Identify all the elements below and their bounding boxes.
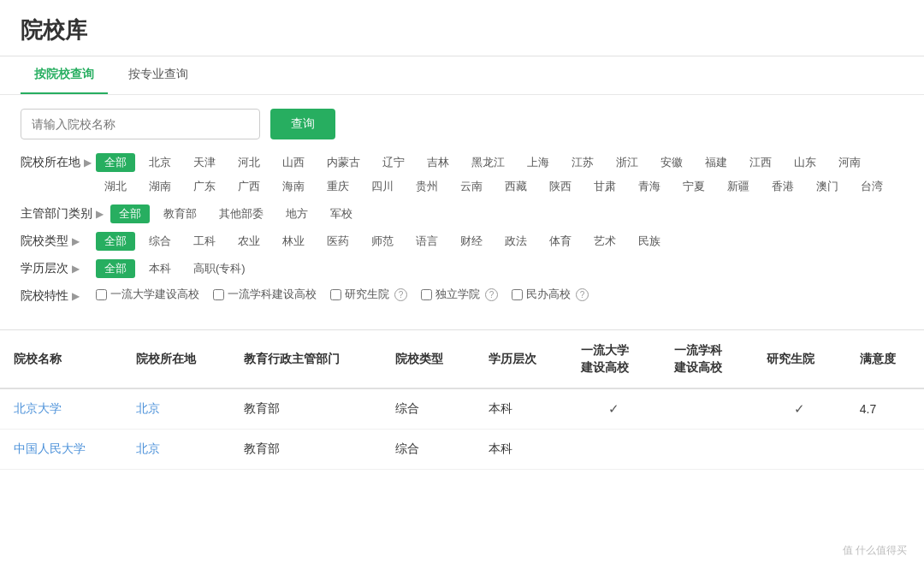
tabs-bar: 按院校查询按专业查询: [0, 56, 924, 95]
tab-by-major[interactable]: 按专业查询: [115, 56, 202, 94]
filter-tag-贵州[interactable]: 贵州: [407, 177, 447, 196]
checkbox-input-private-school[interactable]: [512, 289, 523, 300]
filter-tag-天津[interactable]: 天津: [185, 153, 224, 172]
search-row: 查询: [21, 109, 903, 139]
filter-tag-河北[interactable]: 河北: [229, 153, 269, 172]
checkbox-graduate-school[interactable]: 研究生院?: [330, 287, 407, 302]
cell-satisfaction-1: [846, 430, 924, 470]
filter-tag-江西[interactable]: 江西: [741, 153, 780, 172]
filter-tag-综合[interactable]: 综合: [140, 232, 180, 251]
checkbox-label-independent-college: 独立学院: [435, 287, 480, 302]
checkbox-label-first-class-subject: 一流学科建设高校: [228, 287, 317, 302]
filter-location-label: 院校所在地 ▶: [21, 153, 89, 170]
filter-tag-体育[interactable]: 体育: [541, 232, 580, 251]
filter-tag-台湾[interactable]: 台湾: [852, 177, 891, 196]
filter-location-arrow: ▶: [84, 157, 92, 169]
filter-type-tags: 全部综合工科农业林业医药师范语言财经政法体育艺术民族: [96, 232, 669, 251]
filter-tag-上海[interactable]: 上海: [518, 153, 558, 172]
school-name-link-1[interactable]: 中国人民大学: [14, 442, 86, 455]
help-icon-independent-college[interactable]: ?: [485, 288, 498, 301]
filter-tag-湖南[interactable]: 湖南: [140, 177, 180, 196]
filter-tag-辽宁[interactable]: 辽宁: [374, 153, 413, 172]
filter-tag-高职(专科)[interactable]: 高职(专科): [185, 259, 254, 278]
checkbox-first-class-subject[interactable]: 一流学科建设高校: [213, 287, 317, 302]
filter-level-tags: 全部本科高职(专科): [96, 259, 254, 278]
filter-tag-全部[interactable]: 全部: [96, 232, 135, 251]
filter-tag-广西[interactable]: 广西: [229, 177, 269, 196]
filter-tag-艺术[interactable]: 艺术: [585, 232, 625, 251]
help-icon-graduate-school[interactable]: ?: [394, 288, 407, 301]
checkbox-first-class-school[interactable]: 一流大学建设高校: [96, 287, 199, 302]
cell-name-0: 北京大学: [0, 388, 122, 430]
filter-tag-军校[interactable]: 军校: [322, 205, 361, 223]
filter-tag-湖北[interactable]: 湖北: [96, 177, 135, 196]
table-header-row: 院校名称 院校所在地 教育行政主管部门 院校类型 学历层次 一流大学建设高校 一…: [0, 330, 924, 388]
filter-tag-广东[interactable]: 广东: [185, 177, 224, 196]
filter-location-tags: 全部北京天津河北山西内蒙古辽宁吉林黑龙江上海江苏浙江安徽福建江西山东河南湖北湖南…: [96, 153, 903, 196]
filter-tag-财经[interactable]: 财经: [452, 232, 491, 251]
filter-location-row: 院校所在地 ▶ 全部北京天津河北山西内蒙古辽宁吉林黑龙江上海江苏浙江安徽福建江西…: [21, 153, 903, 196]
filter-tag-地方[interactable]: 地方: [277, 205, 317, 223]
filter-tag-安徽[interactable]: 安徽: [652, 153, 691, 172]
filter-tag-全部[interactable]: 全部: [96, 259, 135, 278]
checkbox-label-first-class-school: 一流大学建设高校: [110, 287, 199, 302]
filter-tag-师范[interactable]: 师范: [363, 232, 402, 251]
help-icon-private-school[interactable]: ?: [576, 288, 589, 301]
filter-tag-澳门[interactable]: 澳门: [808, 177, 847, 196]
filter-tag-海南[interactable]: 海南: [274, 177, 313, 196]
th-first-class-subject: 一流学科建设高校: [660, 330, 753, 388]
search-button[interactable]: 查询: [270, 109, 335, 139]
filter-tag-青海[interactable]: 青海: [630, 177, 669, 196]
filter-tag-江苏[interactable]: 江苏: [563, 153, 602, 172]
filter-tag-香港[interactable]: 香港: [763, 177, 803, 196]
filter-tag-山东[interactable]: 山东: [785, 153, 825, 172]
filter-tag-陕西[interactable]: 陕西: [541, 177, 580, 196]
checkbox-input-first-class-subject[interactable]: [213, 289, 224, 300]
school-name-link-0[interactable]: 北京大学: [14, 401, 62, 415]
filter-tag-语言[interactable]: 语言: [407, 232, 447, 251]
filter-tag-其他部委[interactable]: 其他部委: [210, 205, 272, 223]
checkbox-input-graduate-school[interactable]: [330, 289, 341, 300]
checkbox-label-private-school: 民办高校: [526, 287, 571, 302]
checkbox-input-first-class-school[interactable]: [96, 289, 107, 300]
filter-tag-医药[interactable]: 医药: [318, 232, 358, 251]
filter-tag-黑龙江[interactable]: 黑龙江: [463, 153, 513, 172]
filter-tag-政法[interactable]: 政法: [496, 232, 536, 251]
school-table: 院校名称 院校所在地 教育行政主管部门 院校类型 学历层次 一流大学建设高校 一…: [0, 330, 924, 470]
filter-tag-全部[interactable]: 全部: [96, 153, 135, 172]
checkbox-private-school[interactable]: 民办高校?: [512, 287, 589, 302]
cell-level-0: 本科: [475, 388, 567, 430]
search-input[interactable]: [21, 109, 260, 139]
filter-tag-云南[interactable]: 云南: [452, 177, 491, 196]
checkbox-independent-college[interactable]: 独立学院?: [421, 287, 498, 302]
filter-tag-农业[interactable]: 农业: [229, 232, 269, 251]
filter-tag-甘肃[interactable]: 甘肃: [585, 177, 625, 196]
filter-tag-西藏[interactable]: 西藏: [496, 177, 536, 196]
filter-level-arrow: ▶: [72, 263, 80, 275]
filter-tag-重庆[interactable]: 重庆: [318, 177, 358, 196]
filter-tag-全部[interactable]: 全部: [110, 205, 150, 223]
filter-tag-本科[interactable]: 本科: [140, 259, 180, 278]
filter-tag-北京[interactable]: 北京: [140, 153, 180, 172]
filter-tag-宁夏[interactable]: 宁夏: [674, 177, 714, 196]
filter-tag-教育部[interactable]: 教育部: [155, 205, 205, 223]
characteristics-checkboxes: 一流大学建设高校一流学科建设高校研究生院?独立学院?民办高校?: [96, 287, 589, 302]
th-type: 院校类型: [382, 330, 474, 388]
location-link-1[interactable]: 北京: [136, 442, 160, 455]
checkbox-input-independent-college[interactable]: [421, 289, 432, 300]
tab-by-school[interactable]: 按院校查询: [21, 56, 108, 94]
location-link-0[interactable]: 北京: [136, 401, 160, 415]
filter-tag-河南[interactable]: 河南: [830, 153, 869, 172]
cell-department-0: 教育部: [230, 388, 382, 430]
filter-tag-新疆[interactable]: 新疆: [719, 177, 758, 196]
filter-tag-民族[interactable]: 民族: [630, 232, 669, 251]
filter-tag-四川[interactable]: 四川: [363, 177, 402, 196]
filter-type-arrow: ▶: [72, 235, 80, 247]
filter-tag-吉林[interactable]: 吉林: [418, 153, 458, 172]
filter-tag-内蒙古[interactable]: 内蒙古: [318, 153, 369, 172]
filter-tag-福建[interactable]: 福建: [696, 153, 736, 172]
filter-tag-工科[interactable]: 工科: [185, 232, 224, 251]
filter-tag-林业[interactable]: 林业: [274, 232, 313, 251]
filter-tag-浙江[interactable]: 浙江: [607, 153, 647, 172]
filter-tag-山西[interactable]: 山西: [274, 153, 313, 172]
